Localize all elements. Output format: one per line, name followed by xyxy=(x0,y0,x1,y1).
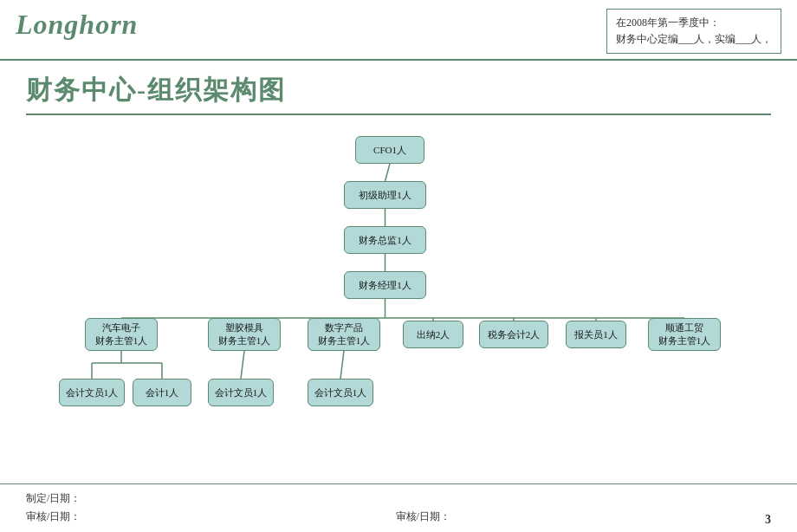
org-node-acc4: 会计文员1人 xyxy=(308,379,373,406)
org-chart: CFO1人初级助理1人财务总监1人财务经理1人汽车电子财务主管1人塑胶模具财务主… xyxy=(0,119,797,465)
header-info: 在2008年第一季度中： 财务中心定编___人，实编___人， xyxy=(606,9,781,54)
org-node-auto: 汽车电子财务主管1人 xyxy=(85,318,158,351)
org-node-acc3: 会计文员1人 xyxy=(208,379,274,406)
footer: 制定/日期： 审核/日期： 审核/日期： 3 xyxy=(0,483,797,532)
org-node-fm: 财务经理1人 xyxy=(344,271,426,299)
org-node-acc2: 会计1人 xyxy=(133,379,191,406)
info-line2: 财务中心定编___人，实编___人， xyxy=(616,31,772,48)
logo: Longhorn xyxy=(16,9,138,41)
page-title: 财务中心-组织架构图 xyxy=(0,61,797,114)
footer-left: 制定/日期： 审核/日期： xyxy=(26,490,81,527)
org-node-shuntong: 顺通工贸财务主管1人 xyxy=(648,318,721,351)
footer-made: 制定/日期： xyxy=(26,490,81,509)
svg-line-0 xyxy=(386,164,391,181)
org-node-digital: 数字产品财务主管1人 xyxy=(308,318,380,351)
org-node-cashier: 出纳2人 xyxy=(403,321,463,348)
info-line1: 在2008年第一季度中： xyxy=(616,15,772,31)
org-node-customs: 报关员1人 xyxy=(566,321,626,348)
svg-line-17 xyxy=(340,351,344,379)
title-divider xyxy=(26,114,771,115)
org-node-mold: 塑胶模具财务主管1人 xyxy=(208,318,281,351)
org-node-acc1: 会计文员1人 xyxy=(59,379,125,406)
logo-text2: horn xyxy=(79,9,138,40)
org-node-fd: 财务总监1人 xyxy=(344,226,426,254)
footer-center: 审核/日期： xyxy=(396,508,450,527)
org-node-asst: 初级助理1人 xyxy=(344,181,426,209)
logo-text1: Long xyxy=(16,9,79,40)
page-number: 3 xyxy=(765,513,771,527)
org-node-taxacc: 税务会计2人 xyxy=(479,321,548,348)
org-node-cfo: CFO1人 xyxy=(355,136,424,164)
header: Longhorn 在2008年第一季度中： 财务中心定编___人，实编___人， xyxy=(0,0,797,61)
svg-line-16 xyxy=(241,351,244,379)
footer-review: 审核/日期： xyxy=(26,508,81,527)
